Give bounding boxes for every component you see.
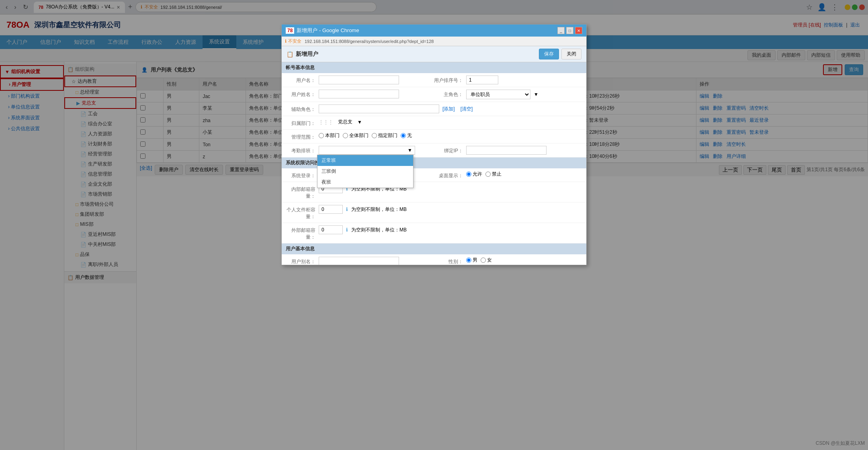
modal-security-icon: ℹ [285,39,287,44]
form-row-file-capacity: 个人文件柜容量： ℹ 为空则不限制，单位：MB [282,202,586,223]
main-role-value: 单位职员 部门经理 ▼ [466,90,581,99]
gender-radio-male[interactable] [466,258,471,263]
desktop-allow[interactable]: 允许 [466,171,482,178]
main-role-label: 主角色： [434,90,466,98]
basic-info-section-header: 帐号基本信息 [282,62,586,73]
modal-url-text: 192.168.184.151:8088/general/system/user… [305,39,434,44]
modal-form-actions: 保存 关闭 [539,49,581,59]
gender-label: 性别： [434,257,466,265]
modal-form-body: 帐号基本信息 用户名： 用户排序号： 用户姓名： 主角色： [282,62,586,265]
scope-radio-none[interactable] [401,133,406,138]
scope-radio-group: 本部门 全体部门 指定部门 无 [319,132,412,139]
modal-form-title: 📋 新增用户 [287,51,318,58]
desktop-forbid[interactable]: 禁止 [485,171,502,178]
scope-radio-specified[interactable] [372,133,377,138]
user-info-section-header: 用户基本信息 [282,243,586,254]
aux-role-label: 辅助角色： [287,104,319,113]
desktop-radio-forbid[interactable] [485,172,491,177]
gender-radio-group: 男 女 [466,257,492,264]
kaoqin-option-three[interactable]: 三班倒 [317,166,413,177]
alias-input[interactable] [319,257,399,265]
outer-capacity-label: 外部邮箱容量： [287,225,319,241]
modal-close-btn[interactable]: ✕ [575,27,582,34]
scope-label: 管理范围： [287,132,319,141]
add-aux-role-link[interactable]: [添加] [442,106,455,112]
form-row-kaoqin: 考勤排班： ▼ 绑定IP： 正常班 三班倒 夜班 [282,143,586,158]
gender-radio-female[interactable] [481,258,486,263]
scope-value: 本部门 全体部门 指定部门 无 [319,132,581,139]
kaoqin-select-field[interactable]: ▼ [319,146,415,155]
form-row-outer-capacity: 外部邮箱容量： ℹ 为空则不限制，单位：MB [282,223,586,243]
username-label: 用户名： [287,76,319,84]
desktop-radio-group: 允许 禁止 [466,171,502,178]
scope-option-specified[interactable]: 指定部门 [372,132,397,139]
scope-radio-all[interactable] [343,133,348,138]
bind-ip-value [466,146,581,155]
sort-input[interactable] [466,76,498,84]
desktop-label: 桌面显示： [434,171,466,179]
realname-label: 用户姓名： [287,90,319,98]
bind-ip-input[interactable] [466,146,547,155]
form-row-scope: 管理范围： 本部门 全体部门 指定部门 无 [282,130,586,143]
modal-title-text: 新增用户 - Google Chrome [297,27,359,34]
scope-option-local[interactable]: 本部门 [319,132,340,139]
modal-form-header: 📋 新增用户 保存 关闭 [282,46,586,62]
dept-text: 党总支 [338,119,352,125]
gender-value: 男 女 [466,257,581,264]
kaoqin-label: 考勤排班： [287,146,319,154]
kaoqin-arrow-icon: ▼ [407,147,412,153]
scope-option-none[interactable]: 无 [401,132,412,139]
modal-title-icon: 78 [286,27,294,34]
dept-value: ⋮⋮⋮ 党总支 ▼ [319,119,581,125]
sort-label: 用户排序号： [434,76,466,84]
modal-minimize-btn[interactable]: _ [557,27,565,34]
gender-male[interactable]: 男 [466,257,477,264]
desktop-radio-allow[interactable] [466,172,471,177]
file-capacity-label: 个人文件柜容量： [287,205,319,220]
form-row-realname: 用户姓名： 主角色： 单位职员 部门经理 ▼ [282,87,586,102]
aux-role-input[interactable] [319,104,439,113]
dropdown-arrow: ▼ [534,92,538,97]
kaoqin-dropdown: 正常班 三班倒 夜班 [317,155,414,188]
dept-label: 归属部门： [287,119,319,127]
form-row-dept: 归属部门： ⋮⋮⋮ 党总支 ▼ [282,116,586,130]
main-role-select[interactable]: 单位职员 部门经理 [466,90,530,99]
modal-overlay: 78 新增用户 - Google Chrome _ □ ✕ ℹ 不安全 192.… [0,0,868,450]
desktop-value: 允许 禁止 [466,171,581,178]
outer-capacity-value: ℹ 为空则不限制，单位：MB [319,225,581,234]
file-hint-text: 为空则不限制，单位：MB [351,206,407,213]
modal-window-controls: _ □ ✕ [557,27,582,34]
scope-radio-local[interactable] [319,133,324,138]
scope-option-all[interactable]: 全体部门 [343,132,368,139]
modal-restore-btn[interactable]: □ [566,27,573,34]
form-title-text: 新增用户 [296,51,318,58]
save-button[interactable]: 保存 [539,49,559,59]
gender-female[interactable]: 女 [481,257,492,264]
bind-ip-label: 绑定IP： [434,146,466,154]
form-title-icon: 📋 [287,51,293,57]
alias-label: 用户别名： [287,257,319,265]
new-user-modal: 78 新增用户 - Google Chrome _ □ ✕ ℹ 不安全 192.… [281,24,587,265]
outer-hint-icon: ℹ [346,227,348,233]
username-value [319,76,434,84]
modal-close-form-btn[interactable]: 关闭 [561,49,581,59]
form-row-aux-role: 辅助角色： [添加] [清空] [282,102,586,116]
username-input[interactable] [319,76,399,84]
aux-role-value: [添加] [清空] [319,104,581,113]
mail-capacity-label: 内部邮箱容量： [287,184,319,200]
form-row-username: 用户名： 用户排序号： [282,73,586,87]
alias-value [319,257,434,265]
dept-arrow: ▼ [357,119,362,125]
outer-capacity-input[interactable] [319,225,343,234]
modal-address-bar: ℹ 不安全 192.168.184.151:8088/general/syste… [282,37,586,46]
outer-hint-text: 为空则不限制，单位：MB [351,227,407,233]
modal-security-label: 不安全 [288,38,301,44]
clear-aux-role-link[interactable]: [清空] [461,106,473,112]
kaoqin-option-normal[interactable]: 正常班 [317,155,413,166]
realname-input[interactable] [319,90,399,98]
kaoqin-option-night[interactable]: 夜班 [317,177,413,188]
file-hint-icon: ℹ [346,207,348,212]
login-label: 系统登录： [287,171,319,179]
file-capacity-input[interactable] [319,205,343,214]
sort-value [466,76,581,84]
